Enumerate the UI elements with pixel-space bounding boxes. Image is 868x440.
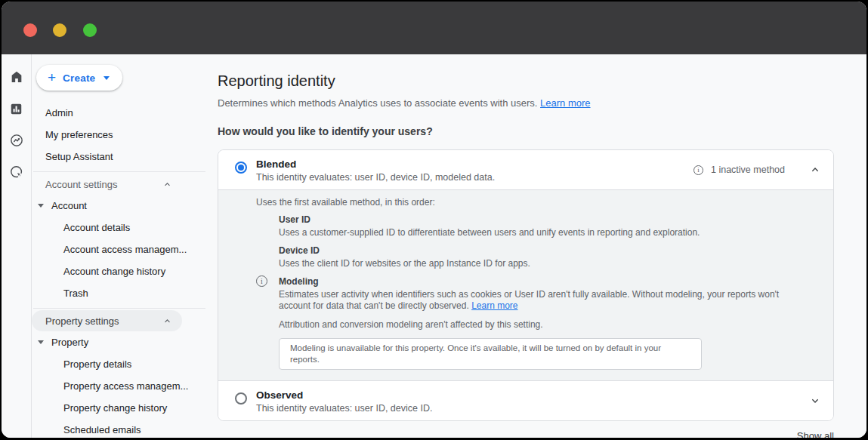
learn-more-link[interactable]: Learn more <box>540 97 590 109</box>
page-title: Reporting identity <box>218 72 866 90</box>
method-user-id: User ID Uses a customer-supplied ID to d… <box>279 214 803 238</box>
blended-option-label: Blended <box>256 158 495 170</box>
tree-item-property-access-management[interactable]: Property access managem... <box>32 375 215 397</box>
tree-item-property[interactable]: Property <box>32 331 215 353</box>
advertising-icon[interactable] <box>8 163 26 181</box>
app-window: + Create Admin My preferences Setup Assi… <box>2 2 866 438</box>
observed-option-row[interactable]: Observed This identity evaluates: user I… <box>218 381 833 420</box>
blended-radio[interactable] <box>235 162 247 174</box>
tree-item-scheduled-emails[interactable]: Scheduled emails <box>32 419 215 438</box>
tree-item-trash[interactable]: Trash <box>32 282 215 304</box>
collapse-chevron-up-icon[interactable] <box>809 164 821 176</box>
info-icon: i <box>256 275 267 287</box>
sidebar-item-my-preferences[interactable]: My preferences <box>32 124 215 146</box>
section-header-property-settings[interactable]: Property settings <box>32 310 182 331</box>
create-button[interactable]: + Create <box>36 65 122 91</box>
tree-item-label: Property <box>51 337 88 348</box>
chevron-up-icon <box>162 316 172 326</box>
inactive-method-badge: 1 inactive method <box>711 165 785 175</box>
details-intro: Uses the first available method, in this… <box>256 197 803 208</box>
sidebar-menu: Admin My preferences Setup Assistant Acc… <box>32 102 215 438</box>
divider <box>33 308 205 309</box>
blended-option-row[interactable]: Blended This identity evaluates: user ID… <box>218 150 833 189</box>
page-subtitle: Determines which methods Analytics uses … <box>218 97 866 109</box>
observed-option-label: Observed <box>256 389 432 401</box>
page-subtitle-text: Determines which methods Analytics uses … <box>218 97 537 109</box>
method-device-id: Device ID Uses the client ID for website… <box>279 245 803 269</box>
identity-options-card: Blended This identity evaluates: user ID… <box>218 149 834 421</box>
method-description: Uses the client ID for websites or the a… <box>279 258 803 269</box>
blended-details-panel: Uses the first available method, in this… <box>218 189 833 381</box>
modeling-learn-more-link[interactable]: Learn more <box>471 300 517 311</box>
tree-item-account[interactable]: Account <box>32 195 215 217</box>
blended-option-description: This identity evaluates: user ID, device… <box>256 172 495 183</box>
create-button-label: Create <box>63 72 95 84</box>
sidebar-item-admin[interactable]: Admin <box>32 102 215 124</box>
minimize-window-button[interactable] <box>53 23 66 37</box>
nav-rail <box>2 54 32 438</box>
info-icon[interactable]: i <box>693 165 703 175</box>
home-icon[interactable] <box>8 68 26 86</box>
titlebar <box>2 2 866 54</box>
show-all-link[interactable]: Show all <box>797 430 834 438</box>
reports-icon[interactable] <box>8 100 26 118</box>
app-body: + Create Admin My preferences Setup Assi… <box>2 54 866 438</box>
method-modeling: i Modeling Estimates user activity when … <box>279 276 803 370</box>
main-content: Reporting identity Determines which meth… <box>215 54 866 438</box>
observed-radio[interactable] <box>235 392 247 405</box>
section-header-label: Property settings <box>45 315 119 327</box>
method-description: Estimates user activity when identifiers… <box>279 289 803 312</box>
zoom-window-button[interactable] <box>83 23 97 37</box>
modeling-unavailable-alert: Modeling is unavailable for this propert… <box>279 338 702 370</box>
method-name: User ID <box>279 214 803 225</box>
identity-question: How would you like to identify your user… <box>218 125 866 137</box>
method-description: Uses a customer-supplied ID to different… <box>279 227 803 238</box>
caret-down-icon <box>38 204 44 208</box>
explore-icon[interactable] <box>8 131 26 149</box>
section-header-label: Account settings <box>45 179 117 190</box>
modeling-note: Attribution and conversion modeling aren… <box>279 319 803 331</box>
method-name: Device ID <box>279 245 803 256</box>
tree-item-account-access-management[interactable]: Account access managem... <box>32 238 215 260</box>
tree-item-account-details[interactable]: Account details <box>32 217 215 238</box>
divider <box>33 171 205 172</box>
expand-chevron-down-icon[interactable] <box>809 395 821 407</box>
chevron-down-icon <box>103 76 110 80</box>
tree-item-property-details[interactable]: Property details <box>32 353 215 375</box>
plus-icon: + <box>48 70 56 85</box>
method-name: Modeling <box>279 276 803 287</box>
tree-item-account-change-history[interactable]: Account change history <box>32 260 215 282</box>
caret-down-icon <box>38 340 44 344</box>
close-window-button[interactable] <box>23 23 37 37</box>
tree-item-label: Account <box>51 200 87 211</box>
section-header-account-settings[interactable]: Account settings <box>32 174 182 195</box>
tree-item-property-change-history[interactable]: Property change history <box>32 397 215 419</box>
chevron-up-icon <box>162 180 172 189</box>
admin-sidebar: + Create Admin My preferences Setup Assi… <box>32 54 215 438</box>
observed-option-description: This identity evaluates: user ID, device… <box>256 403 432 414</box>
sidebar-item-setup-assistant[interactable]: Setup Assistant <box>32 146 215 168</box>
card-footer: Show all Save Cancel <box>218 428 834 438</box>
